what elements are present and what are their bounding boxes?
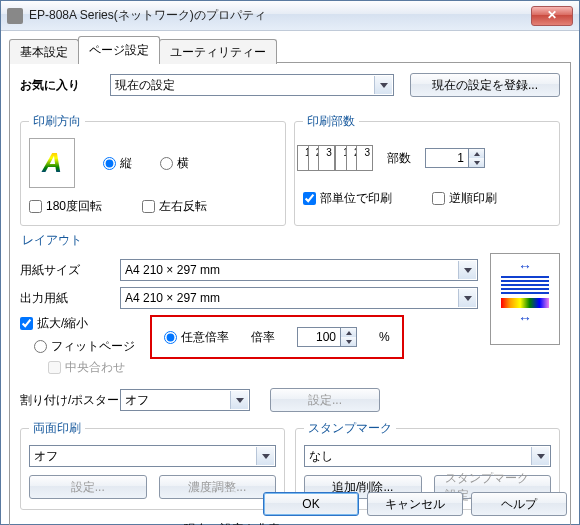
favorites-row: お気に入り 現在の設定 現在の設定を登録... [20, 73, 560, 97]
tab-panel: お気に入り 現在の設定 現在の設定を登録... 印刷方向 A 縦 横 180 [9, 63, 571, 525]
duplex-settings-button: 設定... [29, 475, 147, 499]
copies-input[interactable] [425, 148, 469, 168]
custom-ratio-radio[interactable]: 任意倍率 [164, 329, 229, 346]
dialog-button-row: OK キャンセル ヘルプ [263, 492, 567, 516]
chevron-down-icon[interactable] [230, 391, 248, 409]
watermark-select[interactable]: なし [304, 445, 551, 467]
cancel-button[interactable]: キャンセル [367, 492, 463, 516]
favorites-label: お気に入り [20, 78, 80, 92]
custom-ratio-highlight: 任意倍率 倍率 % [150, 315, 404, 359]
rotate-180-checkbox[interactable]: 180度回転 [29, 198, 102, 215]
ratio-label: 倍率 [251, 329, 275, 346]
tab-utility[interactable]: ユーティリティー [159, 39, 277, 64]
window-title: EP-808A Series(ネットワーク)のプロパティ [29, 7, 531, 24]
copies-label: 部数 [387, 150, 411, 167]
multiup-settings-button: 設定... [270, 388, 380, 412]
output-size-select[interactable]: A4 210 × 297 mm [120, 287, 478, 309]
duplex-select[interactable]: オフ [29, 445, 276, 467]
duplex-legend: 両面印刷 [29, 420, 85, 437]
spin-down-icon[interactable] [341, 337, 356, 346]
orientation-group: 印刷方向 A 縦 横 180度回転 左右反転 [20, 113, 286, 226]
collate-icon [303, 138, 373, 178]
register-favorites-button[interactable]: 現在の設定を登録... [410, 73, 560, 97]
chevron-down-icon[interactable] [458, 289, 476, 307]
chevron-down-icon[interactable] [256, 447, 274, 465]
multiup-label: 割り付け/ポスター [20, 392, 120, 409]
titlebar[interactable]: EP-808A Series(ネットワーク)のプロパティ ✕ [1, 1, 579, 31]
copies-group: 印刷部数 部数 部単位で印刷 [294, 113, 560, 226]
copies-legend: 印刷部数 [303, 113, 359, 130]
chevron-down-icon[interactable] [531, 447, 549, 465]
printer-icon [7, 8, 23, 24]
paper-size-label: 用紙サイズ [20, 262, 120, 279]
duplex-group: 両面印刷 オフ 設定... 濃度調整... [20, 420, 285, 510]
reverse-order-checkbox[interactable]: 逆順印刷 [432, 190, 497, 207]
collate-checkbox[interactable]: 部単位で印刷 [303, 190, 392, 207]
watermark-legend: スタンプマーク [304, 420, 396, 437]
multiup-select[interactable]: オフ [120, 389, 250, 411]
mirror-checkbox[interactable]: 左右反転 [142, 198, 207, 215]
center-checkbox: 中央合わせ [48, 359, 140, 376]
layout-label: レイアウト [22, 232, 560, 249]
tab-basic[interactable]: 基本設定 [9, 39, 79, 64]
chevron-down-icon[interactable] [374, 76, 392, 94]
spin-up-icon[interactable] [341, 328, 356, 337]
close-button[interactable]: ✕ [531, 6, 573, 26]
favorites-select[interactable]: 現在の設定 [110, 74, 394, 96]
enlarge-reduce-checkbox[interactable]: 拡大/縮小 [20, 315, 140, 332]
favorites-value: 現在の設定 [115, 77, 175, 94]
tab-page-setup[interactable]: ページ設定 [78, 36, 160, 63]
spin-down-icon[interactable] [469, 158, 484, 167]
portrait-radio[interactable]: 縦 [103, 155, 132, 172]
ratio-input[interactable] [297, 327, 341, 347]
chevron-down-icon[interactable] [458, 261, 476, 279]
ratio-unit: % [379, 330, 390, 344]
density-button: 濃度調整... [159, 475, 277, 499]
ok-button[interactable]: OK [263, 492, 359, 516]
ratio-spinner[interactable] [297, 327, 357, 347]
orientation-legend: 印刷方向 [29, 113, 85, 130]
spin-up-icon[interactable] [469, 149, 484, 158]
copies-spinner[interactable] [425, 148, 485, 168]
orientation-preview-icon: A [29, 138, 75, 188]
landscape-radio[interactable]: 横 [160, 155, 189, 172]
layout-preview: ↔ ↔ [490, 253, 560, 345]
tab-strip: 基本設定 ページ設定 ユーティリティー [9, 39, 571, 63]
paper-size-select[interactable]: A4 210 × 297 mm [120, 259, 478, 281]
output-size-label: 出力用紙 [20, 290, 120, 307]
properties-dialog: EP-808A Series(ネットワーク)のプロパティ ✕ 基本設定 ページ設… [0, 0, 580, 525]
help-button[interactable]: ヘルプ [471, 492, 567, 516]
fit-page-radio[interactable]: フィットページ [34, 338, 140, 355]
